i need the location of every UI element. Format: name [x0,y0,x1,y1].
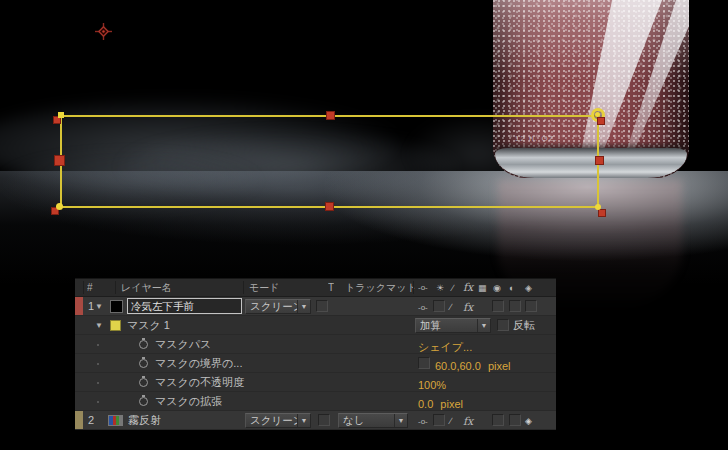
layer1-adjustment-checkbox[interactable] [509,300,521,312]
stopwatch-icon[interactable] [139,340,148,349]
shy-icon[interactable]: -o- [418,279,428,297]
column-header-mode[interactable]: モード [249,279,279,296]
layer1-threed-checkbox[interactable] [525,300,537,312]
mask-blend-mode-dropdown[interactable]: 加算▼ [415,318,491,333]
layer2-preserve-transparency-checkbox[interactable] [318,414,330,426]
mask-vertex-top-left[interactable] [58,112,64,118]
stopwatch-icon[interactable] [139,378,148,387]
mask-path-value[interactable]: シェイプ... [418,341,472,355]
mask-expansion-value[interactable]: 0.0 [418,398,433,412]
layer2-effects-toggle[interactable]: fx [463,412,473,430]
chevron-down-icon: ▼ [394,414,407,427]
property-label: マスクの不透明度 [155,373,244,392]
layer-row-2[interactable]: 2 霧反射 スクリーン▼ なし▼ -o- ∕ fx ◈ [75,411,556,430]
mask-handle-right-mid[interactable] [595,156,604,165]
layer2-mode-dropdown[interactable]: スクリーン▼ [245,413,311,428]
mask-opacity-value[interactable]: 100% [418,379,446,393]
layer1-preserve-transparency-checkbox[interactable] [316,300,328,312]
mask-vertex-bottom-right[interactable] [595,204,601,210]
layer1-quality-toggle[interactable]: ∕ [450,298,452,317]
layer2-adjustment-checkbox[interactable] [509,414,521,426]
property-row-mask-path[interactable]: マスクパス シェイプ... [75,335,556,354]
mask-feather-value[interactable]: 60.0,60.0 [435,360,481,374]
threed-layer-icon[interactable]: ◈ [525,279,532,297]
layer2-motion-blur-checkbox[interactable] [492,414,504,426]
mask-color-swatch[interactable] [110,320,121,331]
property-label: マスクの境界の... [155,354,242,373]
mask-outline[interactable] [60,115,599,208]
timeline-panel: # レイヤー名 モード T トラックマット -o- ☀ ∕ fx ▦ ◉ ◐ ◈… [75,278,556,430]
quality-icon[interactable]: ∕ [452,279,454,297]
layer1-number: 1 [88,297,94,315]
chevron-down-icon: ▼ [477,319,490,332]
layer2-color-label[interactable] [75,411,83,429]
chevron-down-icon: ▼ [297,414,310,427]
layer2-collapse-checkbox[interactable] [433,414,445,426]
footage-thumbnail-icon [108,415,123,426]
layer2-number: 2 [88,411,94,429]
layer2-track-matte-dropdown[interactable]: なし▼ [338,413,408,428]
layer1-solid-swatch[interactable] [110,300,123,313]
mask-group-label: マスク 1 [127,316,170,334]
mask-group-row[interactable]: ▼ マスク 1 加算▼ 反転 [75,316,556,335]
property-row-mask-opacity[interactable]: マスクの不透明度 100% [75,373,556,392]
chevron-down-icon: ▼ [297,300,310,313]
layer1-name-input[interactable]: 冷気左下手前 [127,298,242,314]
mask-invert-label: 反転 [513,316,535,334]
mask-feather-unit: pixel [488,360,511,373]
stopwatch-icon[interactable] [139,397,148,406]
layer-row-1[interactable]: 1 ▼ 冷気左下手前 スクリーン▼ -o- ∕ fx [75,297,556,316]
collapse-transformations-icon[interactable]: ☀ [436,279,444,297]
layer2-quality-toggle[interactable]: ∕ [450,412,452,430]
property-label: マスクの拡張 [155,392,222,411]
property-label: マスクパス [155,335,211,354]
column-header-number[interactable]: # [87,279,93,296]
column-header-layer-name[interactable]: レイヤー名 [121,279,172,296]
property-row-mask-expansion[interactable]: マスクの拡張 0.0 pixel [75,392,556,411]
anchor-crosshair[interactable] [95,23,112,40]
mask-invert-checkbox[interactable] [497,319,509,331]
layer1-shy-toggle[interactable]: -o- [418,298,428,317]
mask-vertex-top-right-dot[interactable] [595,112,600,117]
layer1-collapse-checkbox[interactable] [433,300,445,312]
layer2-threed-toggle[interactable]: ◈ [525,412,532,430]
mask-handle-left-mid[interactable] [54,155,65,166]
layer1-mode-dropdown[interactable]: スクリーン▼ [245,299,311,314]
adjustment-layer-icon[interactable]: ◐ [509,279,514,297]
layer1-twirl-icon[interactable]: ▼ [95,297,103,316]
layer1-motion-blur-checkbox[interactable] [492,300,504,312]
after-effects-workspace: 12 fl. OZ. # レイヤー名 モード [0,0,728,450]
mask-vertex-bottom-left[interactable] [56,203,63,210]
layer1-color-label[interactable] [75,297,83,315]
property-row-mask-feather[interactable]: マスクの境界の... 60.0,60.0 pixel [75,354,556,373]
stopwatch-icon[interactable] [139,359,148,368]
motion-blur-icon[interactable]: ◉ [493,279,501,297]
frame-blend-icon[interactable]: ▦ [478,279,487,297]
mask-handle-top-mid[interactable] [326,111,335,120]
timeline-header-row: # レイヤー名 モード T トラックマット -o- ☀ ∕ fx ▦ ◉ ◐ ◈ [75,279,556,297]
effects-fx-icon[interactable]: fx [463,279,473,297]
mask-feather-link-checkbox[interactable] [418,357,430,369]
column-header-preserve-transparency[interactable]: T [328,279,334,296]
layer1-effects-toggle[interactable]: fx [463,298,473,317]
mask-handle-bottom-right[interactable] [598,209,606,217]
mask-twirl-icon[interactable]: ▼ [95,316,103,335]
layer2-name[interactable]: 霧反射 [128,411,161,429]
mask-expansion-unit: pixel [440,398,463,411]
mask-handle-bottom-mid[interactable] [325,202,334,211]
column-header-track-matte[interactable]: トラックマット [345,279,417,296]
layer2-shy-toggle[interactable]: -o- [418,412,428,430]
mask-handle-top-right[interactable] [597,117,605,125]
